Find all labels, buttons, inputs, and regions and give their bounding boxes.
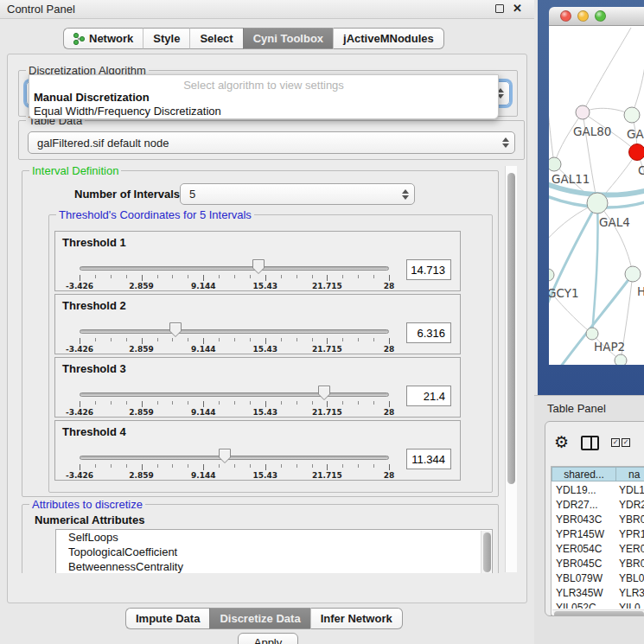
network-node[interactable] — [624, 107, 640, 123]
number-of-intervals-combobox[interactable]: 5 — [180, 183, 415, 205]
slider-tick-label: 28 — [384, 408, 395, 417]
threshold-value-field[interactable] — [406, 259, 451, 280]
slider-track[interactable] — [80, 392, 389, 397]
tab-network[interactable]: Network — [63, 28, 143, 49]
slider-track[interactable] — [80, 456, 389, 460]
network-edge[interactable] — [583, 28, 631, 112]
interval-definition-group-title: Interval Definition — [29, 165, 121, 177]
number-of-intervals-label: Number of Intervals — [74, 188, 180, 201]
table-row[interactable]: YBL079WYBL0 — [552, 571, 644, 585]
table-cell: YIL0 — [616, 602, 644, 609]
slider-tick-label: -3.426 — [66, 408, 93, 417]
tab-label: Cyni Toolbox — [253, 32, 323, 45]
table-row[interactable]: YDR27...YDR2 — [552, 497, 644, 512]
table-row[interactable]: YBR045CYBR0 — [552, 556, 644, 571]
network-node-label: GA — [627, 127, 644, 141]
tab-label: Select — [200, 32, 233, 45]
gear-icon[interactable]: ⚙ — [554, 434, 569, 451]
network-node[interactable] — [629, 144, 644, 161]
tab-label: jActiveMNodules — [343, 32, 434, 45]
table-column-header[interactable]: na — [616, 467, 644, 481]
slider-track[interactable] — [80, 329, 389, 334]
network-edge[interactable] — [549, 102, 554, 164]
network-node[interactable] — [549, 157, 561, 171]
slider-tick — [389, 464, 390, 470]
tab-label: Network — [89, 32, 133, 45]
table-row[interactable]: YIL052CYIL0 — [552, 600, 644, 609]
columns-icon[interactable] — [581, 436, 599, 450]
tab-cyni-toolbox[interactable]: Cyni Toolbox — [243, 28, 333, 49]
threshold-panel: Threshold 4-3.4262.8599.14415.4321.71528 — [54, 420, 461, 481]
threshold-value-field[interactable] — [406, 322, 451, 343]
slider-tick — [281, 401, 282, 405]
network-edge[interactable] — [554, 112, 583, 164]
threshold-value-field[interactable] — [406, 449, 451, 469]
network-node[interactable] — [549, 269, 554, 281]
network-node[interactable] — [625, 266, 641, 282]
network-node-label: GAL80 — [573, 124, 611, 138]
table-data-combobox-value: galFiltered.sif default node — [29, 137, 501, 150]
tab-infer-network[interactable]: Infer Network — [310, 608, 403, 629]
table-row[interactable]: YER054CYER0 — [552, 541, 644, 556]
algorithm-option[interactable]: Equal Width/Frequency Discretization — [34, 105, 494, 118]
numerical-attribute-item[interactable]: BetweennessCentrality — [56, 559, 492, 573]
network-edge[interactable] — [592, 203, 598, 334]
node-table-rows: YDL19...YDL1YDR27...YDR2YBR043CYBR0YPR14… — [552, 482, 644, 609]
control-panel-title: Control Panel — [0, 3, 75, 16]
table-cell: YBR0 — [616, 513, 644, 526]
slider-tick — [265, 338, 266, 344]
tab-select[interactable]: Select — [189, 28, 242, 49]
algorithm-option[interactable]: Manual Discretization — [34, 91, 494, 104]
slider-tick — [126, 275, 127, 278]
table-row[interactable]: YLR345WYLR3 — [552, 585, 644, 600]
table-row[interactable]: YBR043CYBR0 — [552, 512, 644, 526]
slider-thumb[interactable] — [317, 385, 331, 401]
close-panel-button[interactable]: ✕ — [513, 3, 522, 15]
table-cell: YER054C — [552, 543, 616, 555]
attributes-list-scrollbar[interactable] — [481, 531, 491, 573]
numerical-attribute-item[interactable]: TopologicalCoefficient — [56, 545, 492, 559]
select-all-icons[interactable]: ✓ ✓ — [611, 438, 630, 447]
slider-tick — [281, 464, 282, 468]
table-row[interactable]: YPR145WYPR1 — [552, 526, 644, 541]
table-data-combobox[interactable]: galFiltered.sif default node — [28, 131, 515, 154]
network-node[interactable] — [586, 328, 598, 340]
network-edge[interactable] — [632, 59, 644, 115]
table-cell: YDR27... — [552, 499, 616, 511]
network-node[interactable] — [587, 193, 608, 214]
slider-tick-label: -3.426 — [66, 345, 93, 354]
attributes-group-title: Attributes to discretize — [29, 498, 145, 511]
slider-tick — [389, 401, 390, 407]
network-canvas[interactable]: GAL80GACGAL11GAL4GCY1HHAP2 — [549, 26, 644, 365]
slider-tick — [188, 401, 188, 405]
table-column-header[interactable]: shared... — [552, 467, 616, 481]
minimize-light[interactable] — [577, 10, 589, 22]
tab-discretize-data[interactable]: Discretize Data — [209, 608, 309, 629]
slider-tick — [358, 275, 359, 278]
combo-arrows-icon — [400, 189, 414, 200]
slider-tick — [389, 338, 390, 344]
close-light[interactable] — [560, 10, 571, 22]
tab-jactivemnodules[interactable]: jActiveMNodules — [333, 28, 444, 49]
table-horizontal-scrollbar[interactable] — [552, 609, 644, 616]
table-row[interactable]: YDL19...YDL1 — [552, 482, 644, 497]
numerical-attribute-item[interactable]: SelfLoops — [56, 530, 492, 545]
network-edge[interactable] — [597, 203, 633, 274]
network-node[interactable] — [615, 354, 627, 365]
network-node-label: C — [638, 163, 644, 177]
settings-vertical-scrollbar[interactable] — [505, 166, 517, 572]
slider-track[interactable] — [80, 266, 389, 271]
zoom-light[interactable] — [595, 10, 606, 22]
slider-tick — [296, 275, 297, 278]
table-cell: YLR345W — [552, 587, 616, 599]
network-node[interactable] — [576, 105, 590, 119]
float-window-button[interactable] — [495, 4, 504, 13]
tab-impute-data[interactable]: Impute Data — [125, 608, 209, 629]
apply-button[interactable]: Apply — [238, 633, 298, 644]
slider-thumb[interactable] — [169, 322, 182, 338]
table-cell: YDL1 — [616, 484, 644, 496]
slider-thumb[interactable] — [218, 448, 232, 464]
tab-style[interactable]: Style — [143, 28, 189, 49]
slider-thumb[interactable] — [252, 258, 265, 275]
threshold-value-field[interactable] — [406, 386, 451, 406]
